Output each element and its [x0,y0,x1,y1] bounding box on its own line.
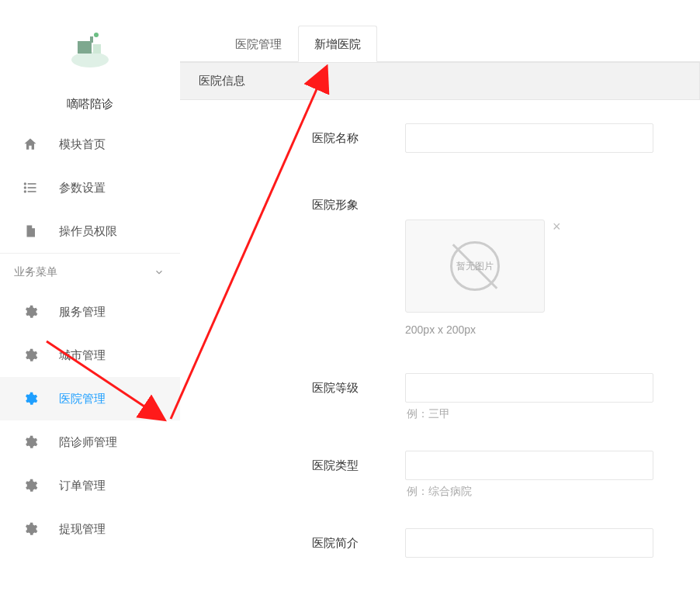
sidebar-item-label: 模块首页 [59,137,106,152]
svg-point-9 [24,190,26,192]
input-hospital-intro[interactable] [405,528,653,558]
label-hospital-name: 医院名称 [180,123,405,153]
svg-rect-4 [93,44,101,54]
svg-point-3 [94,33,99,37]
sidebar-section-label: 业务菜单 [14,265,57,279]
hint-hospital-type: 例：综合病院 [405,485,700,499]
svg-rect-6 [28,183,36,185]
gear-icon [22,477,39,494]
input-hospital-name[interactable] [405,123,653,153]
sidebar-item-biz-4[interactable]: 订单管理 [0,464,180,507]
sidebar-item-biz-2[interactable]: 医院管理 [0,377,180,420]
svg-rect-1 [78,41,92,54]
sidebar-item-label: 陪诊师管理 [59,435,117,450]
hint-hospital-level: 例：三甲 [405,407,700,421]
tab-0[interactable]: 医院管理 [219,26,298,62]
svg-point-7 [24,186,26,188]
label-hospital-intro: 医院简介 [180,528,405,558]
sidebar-item-module-home[interactable]: 模块首页 [0,123,180,166]
sidebar: 嘀嗒陪诊 模块首页 参数设置 操作员权限 业务菜单 [0,0,180,612]
sidebar-item-label: 医院管理 [59,392,106,406]
main: 医院管理新增医院 医院信息 医院名称 医院形象 暂无图 [180,0,700,612]
list-icon [22,179,39,196]
gear-icon [22,390,39,407]
sidebar-item-label: 服务管理 [59,305,106,320]
logo [0,0,180,97]
input-hospital-level[interactable] [405,373,653,403]
sidebar-item-operator-auth[interactable]: 操作员权限 [0,209,180,253]
label-hospital-type: 医院类型 [180,451,405,480]
svg-rect-10 [28,191,36,192]
image-uploader[interactable]: 暂无图片 [405,220,545,313]
tab-1[interactable]: 新增医院 [298,26,377,62]
remove-image-button[interactable]: × [553,220,561,233]
sidebar-item-biz-3[interactable]: 陪诊师管理 [0,420,180,464]
sidebar-item-biz-5[interactable]: 提现管理 [0,507,180,551]
sidebar-item-label: 参数设置 [59,181,106,195]
sidebar-item-label: 操作员权限 [59,224,117,239]
document-icon [22,223,39,240]
panel-title: 医院信息 [180,62,700,100]
gear-icon [22,434,39,451]
home-icon [22,136,39,153]
form: 医院名称 医院形象 暂无图片 × [180,100,700,558]
no-image-text: 暂无图片 [456,260,494,273]
image-size-hint: 200px x 200px [405,323,700,336]
svg-rect-2 [90,36,93,43]
gear-icon [22,520,39,538]
sidebar-section-business[interactable]: 业务菜单 [0,253,180,290]
brand-title: 嘀嗒陪诊 [0,97,180,123]
sidebar-item-label: 订单管理 [59,479,106,493]
svg-point-0 [71,52,109,67]
tabs: 医院管理新增医院 [180,0,700,62]
gear-icon [22,347,39,364]
sidebar-item-label: 城市管理 [59,348,106,363]
label-hospital-level: 医院等级 [180,373,405,403]
sidebar-item-biz-1[interactable]: 城市管理 [0,334,180,377]
sidebar-item-label: 提现管理 [59,522,106,537]
svg-rect-8 [28,187,36,188]
chevron-down-icon [154,267,165,278]
input-hospital-type[interactable] [405,451,653,480]
svg-point-5 [24,182,26,185]
sidebar-item-biz-0[interactable]: 服务管理 [0,290,180,334]
gear-icon [22,303,39,320]
sidebar-item-params[interactable]: 参数设置 [0,166,180,209]
label-hospital-image: 医院形象 [180,190,405,220]
